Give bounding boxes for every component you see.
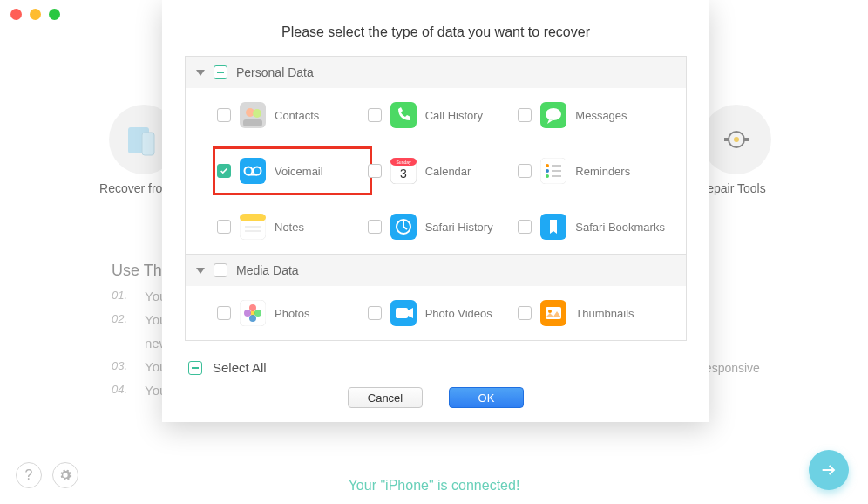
arrow-right-icon [819,460,838,480]
group-grid-media: Photos Photo Videos Thumbnails [186,286,686,340]
safari-history-icon [390,214,417,240]
item-reminders[interactable]: Reminders [518,151,668,191]
svg-point-8 [253,109,261,118]
calendar-icon: Sunday3 [390,158,417,184]
svg-rect-9 [243,119,262,126]
checkbox-contacts[interactable] [217,108,231,122]
svg-point-40 [244,310,251,317]
label-callhistory: Call History [425,109,483,122]
item-photos[interactable]: Photos [217,293,368,333]
label-photovideos: Photo Videos [425,307,492,320]
group-checkbox-personal[interactable] [214,65,227,79]
svg-text:Sunday: Sunday [396,160,410,165]
maximize-window-button[interactable] [49,9,60,20]
checkbox-thumbnails[interactable] [518,306,532,320]
item-photovideos[interactable]: Photo Videos [368,293,519,333]
svg-point-23 [546,169,549,173]
label-safarihistory: Safari History [425,221,493,234]
item-messages[interactable]: Messages [518,95,668,135]
ok-button[interactable]: OK [449,387,524,408]
chevron-down-icon [196,268,205,274]
label-photos: Photos [275,307,309,320]
cancel-button[interactable]: Cancel [348,387,423,408]
svg-rect-42 [396,308,408,318]
label-safaribookmarks: Safari Bookmarks [575,221,665,234]
item-contacts[interactable]: Contacts [217,95,368,135]
messages-icon [540,102,566,128]
group-personal: Personal Data Contacts Call History Mess… [185,56,687,255]
label-notes: Notes [275,221,304,234]
item-thumbnails[interactable]: Thumbnails [518,293,668,333]
label-contacts: Contacts [275,109,319,122]
group-checkbox-media[interactable] [214,263,227,277]
item-calendar[interactable]: Sunday3 Calendar [368,151,519,191]
svg-rect-4 [743,138,749,141]
svg-point-5 [734,137,739,142]
contacts-icon [240,102,266,128]
item-safaribookmarks[interactable]: Safari Bookmarks [518,207,668,247]
reminders-icon [540,158,566,184]
select-all-label: Select All [213,360,267,375]
photos-icon [240,300,266,326]
tools-icon [702,105,771,174]
list-number: 02. [112,312,134,327]
svg-point-24 [546,174,549,178]
group-label-personal: Personal Data [236,65,314,79]
group-header-personal[interactable]: Personal Data [186,57,686,88]
label-messages: Messages [575,109,627,122]
checkbox-voicemail[interactable] [217,164,231,178]
svg-point-37 [249,304,256,311]
svg-point-12 [546,108,561,120]
notes-icon [240,214,266,240]
window-traffic-lights [10,9,60,20]
group-header-media[interactable]: Media Data [186,255,686,286]
label-thumbnails: Thumbnails [575,307,634,320]
voicemail-icon [240,158,266,184]
svg-point-22 [546,164,549,167]
photo-videos-icon [390,300,417,326]
chevron-down-icon [196,70,205,76]
svg-rect-3 [724,138,729,141]
group-grid-personal: Contacts Call History Messages Voicemail… [186,88,686,254]
checkbox-safaribookmarks[interactable] [518,220,532,234]
svg-rect-10 [390,102,417,128]
next-fab[interactable] [809,450,849,490]
item-safarihistory[interactable]: Safari History [368,207,519,247]
checkbox-notes[interactable] [217,220,231,234]
safari-bookmarks-icon [540,214,566,240]
svg-text:3: 3 [400,167,407,180]
svg-point-38 [254,310,261,317]
footer: Your "iPhone" is connected! [0,478,868,494]
svg-point-39 [249,315,256,322]
checkbox-calendar[interactable] [368,164,382,178]
thumbnails-icon [540,300,566,326]
checkbox-photovideos[interactable] [368,306,382,320]
checkbox-reminders[interactable] [518,164,532,178]
modal-title: Please select the type of data you want … [162,0,709,56]
phone-icon [390,102,417,128]
item-voicemail[interactable]: Voicemail [217,151,368,191]
connection-status: Your "iPhone" is connected! [349,478,520,494]
item-callhistory[interactable]: Call History [368,95,519,135]
item-notes[interactable]: Notes [217,207,368,247]
label-reminders: Reminders [575,165,630,178]
checkbox-messages[interactable] [518,108,532,122]
minimize-window-button[interactable] [30,9,41,20]
checkbox-photos[interactable] [217,306,231,320]
label-calendar: Calendar [425,165,471,178]
list-number: 01. [112,289,134,303]
list-number: 04. [112,383,134,398]
close-window-button[interactable] [10,9,22,20]
svg-rect-29 [240,214,266,221]
label-voicemail: Voicemail [275,165,323,178]
checkbox-callhistory[interactable] [368,108,382,122]
checkbox-safarihistory[interactable] [368,220,382,234]
svg-rect-1 [142,133,154,155]
select-all-checkbox[interactable] [188,361,202,375]
group-label-media: Media Data [236,263,299,277]
group-media: Media Data Photos Photo Videos Thumbnail… [185,255,687,341]
svg-point-45 [548,310,552,313]
data-type-modal: Please select the type of data you want … [162,0,709,422]
list-number: 03. [112,359,134,374]
